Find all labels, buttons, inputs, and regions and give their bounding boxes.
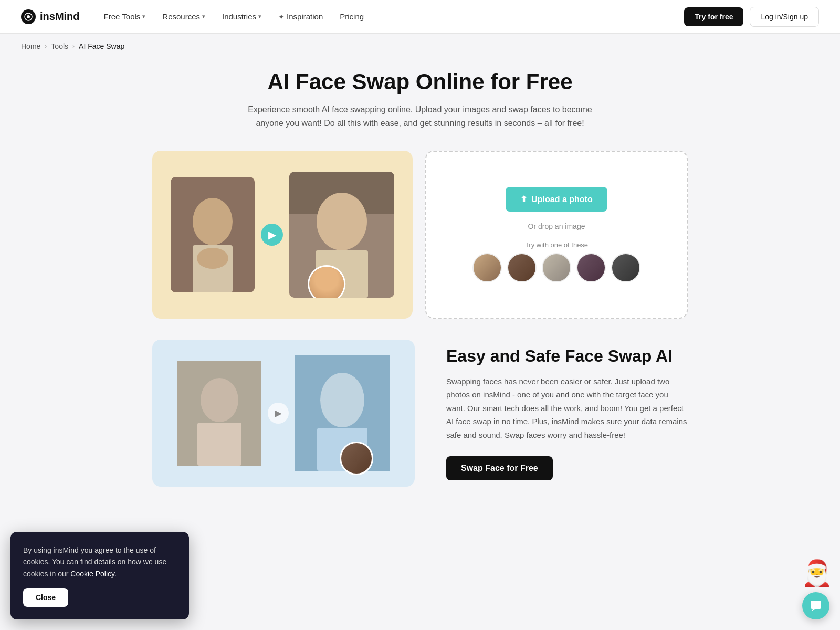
logo[interactable]: insMind bbox=[21, 9, 80, 24]
breadcrumb-current: AI Face Swap bbox=[79, 42, 124, 50]
section2-preview: ▶ bbox=[152, 340, 415, 487]
svg-rect-12 bbox=[197, 423, 242, 466]
nav-industries[interactable]: Industries ▾ bbox=[215, 8, 269, 25]
section2-preview-inner: ▶ bbox=[177, 355, 390, 471]
preview-inner: ▶ bbox=[171, 172, 394, 298]
login-button[interactable]: Log in/Sign up bbox=[750, 7, 819, 27]
upload-area: ⬆ Upload a photo Or drop an image Try wi… bbox=[425, 151, 688, 319]
sample-section: Try with one of these bbox=[472, 241, 640, 282]
try-label: Try with one of these bbox=[472, 241, 640, 249]
nav-resources[interactable]: Resources ▾ bbox=[155, 8, 213, 25]
breadcrumb: Home › Tools › AI Face Swap bbox=[0, 34, 840, 59]
sample-image-5[interactable] bbox=[611, 253, 640, 282]
breadcrumb-sep-1: › bbox=[45, 43, 47, 50]
breadcrumb-home[interactable]: Home bbox=[21, 42, 40, 50]
tool-area: ▶ ⬆ Upload a photo Or drop an image Try … bbox=[131, 151, 709, 319]
nav-links: Free Tools ▾ Resources ▾ Industries ▾ ✦ … bbox=[97, 8, 685, 25]
breadcrumb-sep-2: › bbox=[72, 43, 75, 50]
logo-icon bbox=[21, 9, 36, 24]
section2-face-badge bbox=[340, 442, 373, 475]
svg-point-5 bbox=[197, 248, 228, 269]
preview-before-image bbox=[171, 177, 255, 292]
upload-button[interactable]: ⬆ Upload a photo bbox=[506, 187, 607, 212]
sample-image-1[interactable] bbox=[472, 253, 502, 282]
logo-text: insMind bbox=[40, 10, 80, 23]
section2-after-image bbox=[295, 355, 390, 471]
section2-description: Swapping faces has never been easier or … bbox=[446, 375, 688, 442]
section2: ▶ Easy and Safe Face Swap AI Swapping fa… bbox=[131, 340, 709, 487]
chevron-down-icon: ▾ bbox=[142, 13, 145, 20]
page-title: AI Face Swap Online for Free bbox=[21, 69, 819, 94]
preview-after-image bbox=[289, 172, 394, 298]
navbar: insMind Free Tools ▾ Resources ▾ Industr… bbox=[0, 0, 840, 34]
hero-subtitle: Experience smooth AI face swapping onlin… bbox=[242, 103, 598, 130]
sample-image-3[interactable] bbox=[542, 253, 571, 282]
nav-inspiration[interactable]: ✦ Inspiration bbox=[271, 8, 330, 25]
svg-point-11 bbox=[201, 378, 238, 422]
chevron-down-icon: ▾ bbox=[202, 13, 205, 20]
chevron-down-icon: ▾ bbox=[258, 13, 261, 20]
drop-label: Or drop an image bbox=[528, 222, 585, 230]
hero-section: AI Face Swap Online for Free Experience … bbox=[0, 59, 840, 151]
arrow-icon: ▶ bbox=[261, 224, 283, 246]
section2-title: Easy and Safe Face Swap AI bbox=[446, 346, 688, 366]
section2-before-image bbox=[177, 361, 261, 466]
try-for-free-button[interactable]: Try for free bbox=[684, 7, 743, 26]
svg-point-1 bbox=[27, 15, 30, 18]
face-badge bbox=[308, 265, 345, 298]
svg-point-3 bbox=[193, 198, 233, 245]
tool-preview: ▶ bbox=[152, 151, 413, 319]
section2-arrow-icon: ▶ bbox=[268, 403, 289, 424]
nav-pricing[interactable]: Pricing bbox=[332, 8, 371, 25]
sample-images bbox=[472, 253, 640, 282]
nav-free-tools[interactable]: Free Tools ▾ bbox=[97, 8, 153, 25]
section2-text: Easy and Safe Face Swap AI Swapping face… bbox=[446, 346, 688, 480]
breadcrumb-tools[interactable]: Tools bbox=[51, 42, 68, 50]
svg-point-8 bbox=[317, 193, 367, 250]
star-icon: ✦ bbox=[278, 13, 285, 21]
sample-image-2[interactable] bbox=[507, 253, 537, 282]
svg-point-14 bbox=[320, 373, 364, 427]
nav-actions: Try for free Log in/Sign up bbox=[684, 7, 819, 27]
upload-icon: ⬆ bbox=[520, 194, 527, 204]
sample-image-4[interactable] bbox=[576, 253, 606, 282]
swap-face-button[interactable]: Swap Face for Free bbox=[446, 456, 553, 480]
